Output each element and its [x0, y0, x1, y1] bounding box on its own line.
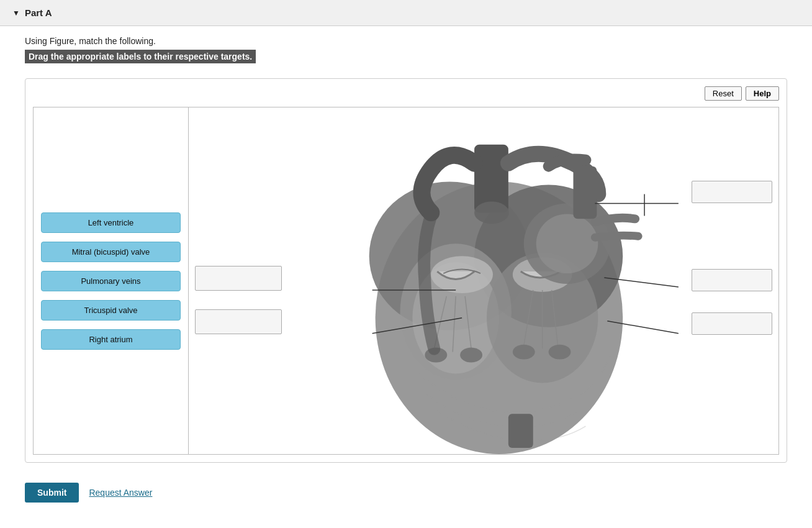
inner-layout: Left ventricle Mitral (bicuspid) valve P…	[33, 107, 779, 455]
label-tricuspid-valve[interactable]: Tricuspid valve	[41, 300, 181, 321]
help-button[interactable]: Help	[746, 86, 779, 101]
toolbar: Reset Help	[33, 86, 779, 101]
svg-point-17	[536, 214, 598, 273]
bottom-bar: Submit Request Answer	[0, 475, 812, 510]
svg-point-11	[460, 348, 482, 363]
exercise-container: Reset Help Left ventricle Mitral (bicusp…	[25, 78, 787, 463]
drop-target-mid-left[interactable]	[195, 266, 282, 291]
drop-target-lower-right[interactable]	[692, 312, 772, 335]
labels-panel: Left ventricle Mitral (bicuspid) valve P…	[34, 107, 189, 454]
reset-button[interactable]: Reset	[705, 86, 742, 101]
instruction-line1: Using Figure, match the following.	[25, 36, 787, 46]
drop-target-lower-left[interactable]	[195, 309, 282, 334]
submit-button[interactable]: Submit	[25, 483, 79, 503]
part-title: Part A	[25, 7, 52, 18]
svg-rect-18	[573, 166, 597, 219]
label-right-atrium[interactable]: Right atrium	[41, 329, 181, 350]
label-pulmonary-veins[interactable]: Pulmonary veins	[41, 271, 181, 291]
request-answer-link[interactable]: Request Answer	[89, 488, 152, 498]
svg-point-13	[549, 345, 571, 360]
svg-rect-15	[508, 414, 533, 448]
drop-target-top-right[interactable]	[692, 181, 772, 203]
label-mitral-valve[interactable]: Mitral (bicuspid) valve	[41, 242, 181, 262]
svg-point-12	[513, 345, 535, 360]
drop-target-mid-right[interactable]	[692, 269, 772, 291]
collapse-icon[interactable]: ▼	[12, 9, 20, 17]
diagram-area	[189, 107, 778, 454]
instructions: Using Figure, match the following. Drag …	[0, 26, 812, 72]
label-left-ventricle[interactable]: Left ventricle	[41, 212, 181, 233]
part-header: ▼ Part A	[0, 0, 812, 26]
instruction-line2: Drag the appropriate labels to their res…	[25, 50, 256, 63]
svg-point-14	[474, 201, 509, 224]
